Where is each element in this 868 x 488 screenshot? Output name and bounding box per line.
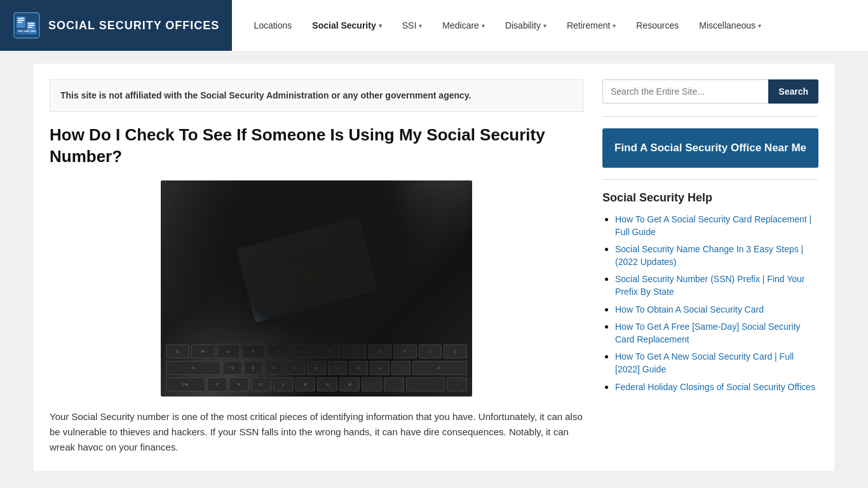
chevron-down-icon: ▾ [379, 22, 382, 29]
sidebar-link-4[interactable]: How To Obtain A Social Security Card [615, 304, 764, 315]
svg-rect-6 [28, 23, 34, 24]
sidebar-link-2[interactable]: Social Security Name Change In 3 Easy St… [615, 244, 803, 267]
sidebar-link-3[interactable]: Social Security Number (SSN) Prefix | Fi… [615, 274, 805, 297]
chevron-down-icon: ▾ [482, 22, 485, 29]
sidebar-links-list: How To Get A Social Security Card Replac… [602, 214, 818, 393]
logo-icon [13, 11, 41, 39]
svg-rect-3 [18, 20, 24, 21]
sidebar-link-7[interactable]: Federal Holiday Closings of Social Secur… [615, 382, 815, 392]
svg-rect-12 [31, 30, 36, 32]
sidebar-link-5[interactable]: How To Get A Free [Same-Day] Social Secu… [615, 322, 801, 344]
chevron-down-icon: ▾ [613, 22, 616, 29]
chevron-down-icon: ▾ [419, 22, 422, 29]
svg-rect-7 [28, 25, 34, 26]
list-item: How To Obtain A Social Security Card [615, 304, 818, 316]
sidebar: Search Find A Social Security Office Nea… [602, 79, 818, 455]
sidebar-link-1[interactable]: How To Get A Social Security Card Replac… [615, 214, 811, 237]
chevron-down-icon: ▾ [758, 22, 761, 29]
list-item: How To Get A New Social Security Card | … [615, 351, 818, 376]
svg-rect-11 [24, 30, 29, 32]
article-body-text: Your Social Security number is one of th… [50, 409, 583, 455]
nav-item-ssi[interactable]: SSI ▾ [393, 15, 431, 36]
list-item: How To Get A Social Security Card Replac… [615, 214, 818, 238]
content-wrapper: This site is not affiliated with the Soc… [34, 64, 834, 471]
chevron-down-icon: ▾ [543, 22, 546, 29]
nav-item-retirement[interactable]: Retirement ▾ [558, 15, 625, 36]
nav-item-medicare[interactable]: Medicare ▾ [433, 15, 494, 36]
svg-rect-2 [18, 18, 24, 19]
list-item: Social Security Number (SSN) Prefix | Fi… [615, 273, 818, 298]
nav-item-miscellaneous[interactable]: Miscellaneous ▾ [690, 15, 770, 36]
list-item: Federal Holiday Closings of Social Secur… [615, 381, 818, 394]
svg-rect-10 [18, 30, 23, 32]
sidebar-link-6[interactable]: How To Get A New Social Security Card | … [615, 351, 794, 374]
article-image: Q W E R T Y U I O P [ ] [161, 180, 472, 396]
main-nav: Locations Social Security ▾ SSI ▾ Medica… [232, 0, 868, 51]
disclaimer-text: This site is not affiliated with the Soc… [60, 90, 471, 100]
svg-rect-8 [28, 27, 32, 28]
article-title: How Do I Check To See If Someone Is Usin… [50, 125, 583, 168]
nav-item-disability[interactable]: Disability ▾ [496, 15, 555, 36]
logo-text: SOCIAL SECURITY OFFICES [48, 19, 219, 32]
gloved-hand-overlay [161, 180, 472, 396]
header: SOCIAL SECURITY OFFICES Locations Social… [0, 0, 868, 51]
nav-item-locations[interactable]: Locations [245, 15, 301, 36]
disclaimer-box: This site is not affiliated with the Soc… [50, 79, 583, 112]
nav-item-social-security[interactable]: Social Security ▾ [303, 15, 390, 36]
svg-rect-4 [18, 22, 22, 23]
search-button[interactable]: Search [768, 79, 818, 104]
main-content: This site is not affiliated with the Soc… [50, 79, 583, 455]
sidebar-divider-2 [602, 179, 818, 180]
sidebar-section-title: Social Security Help [602, 191, 818, 205]
list-item: How To Get A Free [Same-Day] Social Secu… [615, 321, 818, 346]
find-office-button[interactable]: Find A Social Security Office Near Me [602, 128, 818, 168]
logo-area: SOCIAL SECURITY OFFICES [0, 0, 232, 51]
search-box: Search [602, 79, 818, 104]
list-item: Social Security Name Change In 3 Easy St… [615, 243, 818, 268]
nav-item-resources[interactable]: Resources [627, 15, 688, 36]
search-input[interactable] [602, 79, 768, 104]
page-body: This site is not affiliated with the Soc… [0, 51, 868, 488]
sidebar-divider-1 [602, 116, 818, 117]
article-image-container: Q W E R T Y U I O P [ ] [50, 180, 583, 396]
